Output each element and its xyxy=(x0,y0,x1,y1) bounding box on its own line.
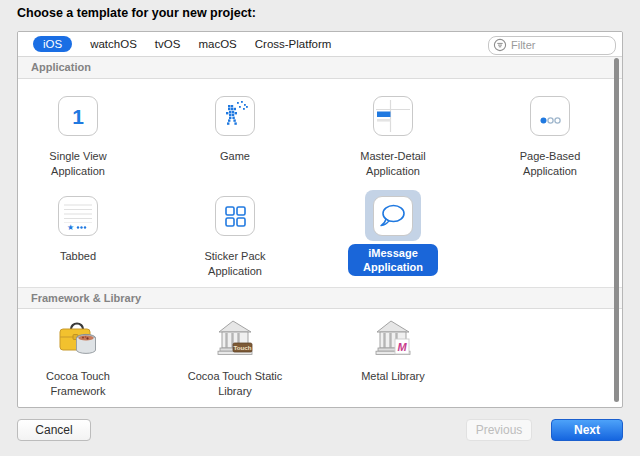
single-view-application-icon: 1 xyxy=(58,96,98,136)
template-label: Master-Detail Application xyxy=(337,149,449,179)
template-label: Page-Based Application xyxy=(494,149,606,179)
template-item-tabbed[interactable]: ★ Tabbed xyxy=(17,196,153,264)
template-item-cocoa-touch-static-library[interactable]: Touch Cocoa Touch Static Library xyxy=(160,319,310,399)
cancel-button[interactable]: Cancel xyxy=(17,419,91,441)
imessage-application-icon xyxy=(373,196,413,236)
template-item-single-view-application[interactable]: 1 Single View Application xyxy=(17,96,153,179)
template-label: Cocoa Touch Framework xyxy=(22,369,134,399)
tabbed-icon: ★ xyxy=(58,196,98,236)
platform-tabbar: iOS watchOS tvOS macOS Cross-Platform xyxy=(18,32,622,57)
section-header-framework-library: Framework & Library xyxy=(18,287,622,309)
selection-highlight xyxy=(365,190,421,241)
template-label: Cocoa Touch Static Library xyxy=(179,369,291,399)
template-label: Game xyxy=(220,149,250,164)
new-project-dialog: { "window": { "title": "Choose a templat… xyxy=(0,0,640,456)
template-item-game[interactable]: Game xyxy=(160,96,310,164)
template-item-imessage-application[interactable]: iMessage Application xyxy=(318,190,468,276)
svg-text:1: 1 xyxy=(72,105,84,128)
template-label-selected: iMessage Application xyxy=(348,244,438,276)
tab-cross-platform[interactable]: Cross-Platform xyxy=(255,38,332,50)
sticker-pack-application-icon xyxy=(215,196,255,236)
svg-text:Touch: Touch xyxy=(233,344,251,351)
tab-ios[interactable]: iOS xyxy=(33,36,72,52)
template-item-cocoa-touch-framework[interactable]: Cocoa Touch Framework xyxy=(17,319,153,399)
template-label: Tabbed xyxy=(60,249,96,264)
svg-text:★: ★ xyxy=(67,223,74,232)
tab-macos[interactable]: macOS xyxy=(198,38,236,50)
template-item-sticker-pack-application[interactable]: Sticker Pack Application xyxy=(160,196,310,279)
tab-watchos[interactable]: watchOS xyxy=(90,38,137,50)
filter-circle-icon xyxy=(493,38,507,52)
tab-tvos[interactable]: tvOS xyxy=(155,38,181,50)
cocoa-touch-framework-toolbox-icon xyxy=(54,319,102,363)
game-icon xyxy=(215,96,255,136)
template-item-page-based-application[interactable]: Page-Based Application xyxy=(475,96,623,179)
scrollbar-thumb[interactable] xyxy=(614,58,619,402)
template-label: Single View Application xyxy=(22,149,134,179)
cocoa-touch-static-library-building-icon: Touch xyxy=(211,319,259,363)
previous-button[interactable]: Previous xyxy=(466,419,532,441)
template-label: Sticker Pack Application xyxy=(179,249,291,279)
filter-field xyxy=(488,35,616,54)
section-header-application: Application xyxy=(18,57,622,79)
filter-input[interactable] xyxy=(488,36,616,55)
template-item-master-detail-application[interactable]: Master-Detail Application xyxy=(318,96,468,179)
template-label: Metal Library xyxy=(361,369,425,384)
page-based-application-icon xyxy=(530,96,570,136)
metal-library-building-icon: M xyxy=(369,319,417,363)
svg-text:M: M xyxy=(397,341,407,353)
dialog-title: Choose a template for your new project: xyxy=(17,6,256,20)
template-chooser-panel: iOS watchOS tvOS macOS Cross-Platform Ap… xyxy=(17,31,623,408)
next-button[interactable]: Next xyxy=(551,419,623,441)
template-item-metal-library[interactable]: M Metal Library xyxy=(318,319,468,384)
master-detail-application-icon xyxy=(373,96,413,136)
